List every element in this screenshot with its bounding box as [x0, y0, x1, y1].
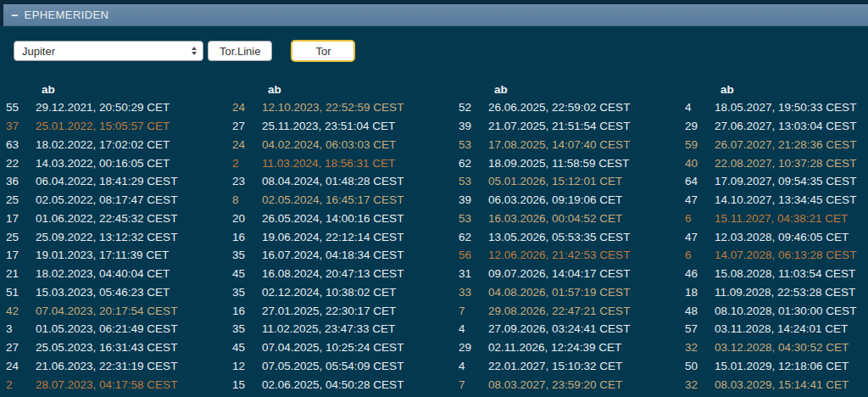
tor-linie-button[interactable]: Tor.Linie	[208, 41, 272, 61]
row-number: 33	[453, 286, 488, 299]
table-row: 2412.10.2023, 22:52:59 CEST	[226, 98, 453, 117]
row-number: 53	[453, 212, 488, 225]
planet-select[interactable]: Jupiter	[14, 41, 203, 61]
row-number: 29	[679, 120, 715, 132]
row-datetime: 15.03.2023, 05:46:23 CET	[36, 286, 170, 299]
column-header-row: ab	[226, 81, 453, 98]
tor-button[interactable]: Tor	[291, 40, 355, 62]
table-row: 5317.08.2025, 14:07:40 CEST	[453, 136, 679, 154]
column-header-ab: ab	[494, 83, 508, 96]
row-datetime: 28.07.2023, 04:17:58 CEST	[36, 378, 177, 391]
row-number: 17	[0, 249, 36, 261]
row-number: 32	[679, 341, 715, 354]
row-number: 48	[679, 305, 715, 317]
table-row: 3725.01.2022, 15:05:57 CET	[0, 117, 226, 136]
arrow-down-icon	[192, 52, 197, 55]
row-number: 25	[0, 231, 36, 243]
row-number: 17	[0, 212, 36, 225]
row-datetime: 04.02.2024, 06:03:03 CET	[262, 138, 396, 151]
table-row: 4207.04.2023, 20:17:54 CEST	[0, 301, 226, 320]
row-number: 18	[679, 286, 715, 299]
row-number: 62	[453, 231, 488, 243]
table-row: 3511.02.2025, 23:47:33 CET	[226, 320, 453, 338]
row-datetime: 11.02.2025, 23:47:33 CET	[262, 322, 395, 335]
row-number: 24	[226, 138, 262, 151]
table-row: 5015.01.2029, 12:18:06 CET	[679, 357, 868, 376]
row-datetime: 25.05.2023, 16:31:43 CEST	[36, 341, 177, 354]
row-datetime: 16.07.2024, 04:18:34 CEST	[262, 249, 403, 261]
ephemeris-column: ab2412.10.2023, 22:52:59 CEST2725.11.202…	[226, 81, 453, 397]
row-datetime: 09.07.2026, 14:04:17 CEST	[488, 267, 630, 280]
row-datetime: 08.03.2029, 15:14:41 CET	[715, 378, 849, 391]
ephemeris-table: ab5529.12.2021, 20:50:29 CET3725.01.2022…	[0, 81, 868, 397]
row-datetime: 12.06.2026, 21:42:53 CEST	[488, 249, 630, 261]
row-number: 51	[0, 286, 36, 299]
table-row: 2725.11.2023, 23:51:04 CET	[226, 117, 453, 136]
row-number: 47	[679, 193, 715, 206]
row-number: 3	[0, 322, 36, 335]
table-row: 2525.09.2022, 13:12:32 CEST	[0, 227, 226, 246]
row-datetime: 29.12.2021, 20:50:29 CET	[36, 101, 170, 114]
row-datetime: 18.05.2027, 19:50:33 CEST	[715, 101, 856, 114]
row-number: 45	[226, 341, 262, 354]
table-row: 2927.06.2027, 13:03:04 CEST	[679, 117, 868, 136]
table-row: 614.07.2028, 06:13:28 CEST	[679, 246, 868, 265]
row-datetime: 01.06.2022, 22:45:32 CEST	[36, 212, 177, 225]
table-row: 5226.06.2025, 22:59:02 CEST	[453, 98, 679, 117]
row-datetime: 01.05.2023, 06:21:49 CEST	[36, 322, 177, 335]
column-header-ab: ab	[42, 83, 55, 96]
table-row: 1619.06.2024, 22:12:14 CEST	[226, 227, 453, 246]
row-number: 52	[453, 101, 488, 114]
row-number: 36	[0, 175, 36, 187]
row-number: 56	[453, 249, 488, 261]
table-row: 5926.07.2027, 21:28:36 CEST	[679, 136, 868, 154]
row-number: 20	[226, 212, 262, 225]
table-row: 2308.04.2024, 01:48:28 CEST	[226, 172, 453, 191]
table-row: 3304.08.2026, 01:57:19 CEST	[453, 283, 679, 302]
table-row: 3516.07.2024, 04:18:34 CEST	[226, 246, 453, 265]
row-number: 47	[679, 231, 715, 243]
column-header-ab: ab	[268, 83, 281, 96]
row-datetime: 12.10.2023, 22:52:59 CEST	[262, 101, 403, 114]
row-number: 46	[679, 267, 715, 280]
table-row: 2026.05.2024, 14:00:16 CEST	[226, 210, 453, 228]
row-number: 23	[226, 175, 262, 187]
row-number: 4	[679, 101, 715, 114]
table-row: 211.03.2024, 18:56:31 CET	[226, 154, 453, 172]
row-datetime: 18.02.2023, 04:40:04 CET	[36, 267, 170, 280]
table-row: 729.08.2026, 22:47:21 CEST	[453, 301, 679, 320]
column-header-row: ab	[679, 81, 868, 98]
row-datetime: 25.11.2023, 23:51:04 CET	[262, 120, 395, 132]
column-header-row: ab	[453, 81, 679, 98]
arrow-up-icon	[192, 47, 197, 50]
row-number: 16	[226, 231, 262, 243]
collapse-minus-icon[interactable]: −	[11, 9, 19, 21]
ephemeris-column: ab5226.06.2025, 22:59:02 CEST3921.07.202…	[453, 81, 679, 397]
row-datetime: 25.01.2022, 15:05:57 CET	[36, 120, 170, 132]
row-number: 29	[453, 341, 488, 354]
row-datetime: 11.03.2024, 18:56:31 CET	[262, 157, 395, 170]
table-row: 5305.01.2026, 15:12:01 CET	[453, 172, 679, 191]
row-datetime: 06.03.2026, 09:19:06 CET	[488, 193, 622, 206]
table-row: 5703.11.2028, 14:24:01 CET	[679, 320, 868, 338]
row-datetime: 03.12.2028, 04:30:52 CET	[715, 341, 849, 354]
select-updown-arrows-icon	[192, 47, 197, 56]
table-row: 4516.08.2024, 20:47:13 CEST	[226, 265, 453, 283]
row-datetime: 08.10.2028, 01:30:00 CEST	[715, 305, 856, 317]
row-datetime: 02.12.2024, 10:38:02 CET	[262, 286, 396, 299]
table-row: 5115.03.2023, 05:46:23 CET	[0, 283, 226, 302]
row-number: 35	[226, 286, 262, 299]
row-datetime: 17.08.2025, 14:07:40 CEST	[488, 138, 630, 151]
row-datetime: 13.05.2026, 05:53:35 CEST	[488, 231, 630, 243]
row-datetime: 18.09.2025, 11:58:59 CEST	[488, 157, 629, 170]
row-datetime: 14.10.2027, 13:34:45 CEST	[715, 193, 856, 206]
row-number: 57	[679, 322, 715, 335]
table-row: 5612.06.2026, 21:42:53 CEST	[453, 246, 679, 265]
controls-bar: Jupiter Tor.Linie Tor	[14, 40, 355, 62]
row-datetime: 29.08.2026, 22:47:21 CEST	[488, 305, 630, 317]
table-row: 301.05.2023, 06:21:49 CEST	[0, 320, 226, 338]
panel-header-bar[interactable]: − EPHEMERIDEN	[3, 4, 868, 26]
row-number: 7	[453, 305, 488, 317]
row-datetime: 26.07.2027, 21:28:36 CEST	[715, 138, 856, 151]
row-datetime: 02.11.2026, 12:24:39 CET	[488, 341, 621, 354]
